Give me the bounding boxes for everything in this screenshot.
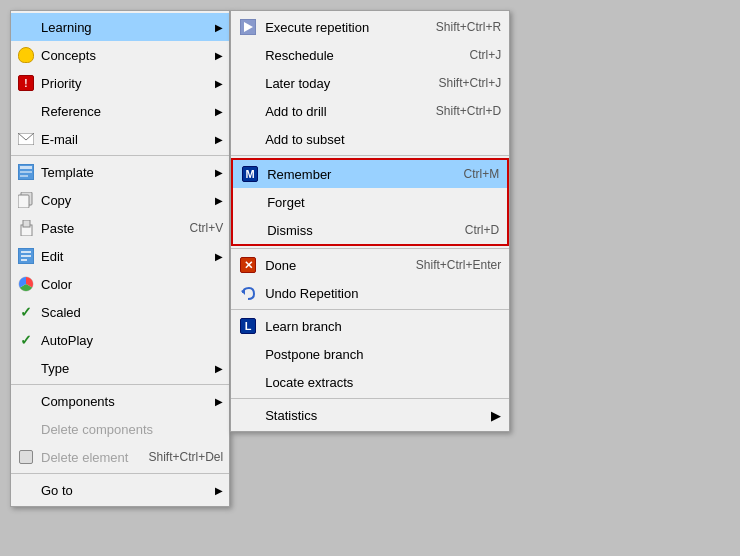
- done-label: Done: [265, 258, 396, 273]
- goto-label: Go to: [41, 483, 209, 498]
- type-arrow: ▶: [215, 363, 223, 374]
- latertoday-icon: [237, 73, 259, 93]
- submenu-item-postponebranch[interactable]: Postpone branch: [231, 340, 509, 368]
- template-icon: [15, 162, 37, 182]
- menu-item-email[interactable]: E-mail ▶: [11, 125, 229, 153]
- remember-icon: M: [239, 164, 261, 184]
- menu-item-color[interactable]: Color: [11, 270, 229, 298]
- dismiss-shortcut: Ctrl+D: [465, 223, 499, 237]
- learnbranch-label: Learn branch: [265, 319, 501, 334]
- menu-item-copy[interactable]: Copy ▶: [11, 186, 229, 214]
- statistics-icon: [237, 405, 259, 425]
- submenu-item-addtodrill[interactable]: Add to drill Shift+Ctrl+D: [231, 97, 509, 125]
- svg-rect-6: [18, 195, 29, 208]
- menu-item-delete-element[interactable]: Delete element Shift+Ctrl+Del: [11, 443, 229, 471]
- edit-arrow: ▶: [215, 251, 223, 262]
- dismiss-icon: [239, 220, 261, 240]
- postponebranch-label: Postpone branch: [265, 347, 501, 362]
- right-separator-4: [231, 398, 509, 399]
- paste-label: Paste: [41, 221, 169, 236]
- menu-item-components[interactable]: Components ▶: [11, 387, 229, 415]
- right-submenu: Execute repetition Shift+Ctrl+R Reschedu…: [230, 10, 510, 432]
- learning-label: Learning: [41, 20, 209, 35]
- right-separator-1: [231, 155, 509, 156]
- delete-element-label: Delete element: [41, 450, 128, 465]
- reschedule-icon: [237, 45, 259, 65]
- submenu-item-undorepetition[interactable]: Undo Repetition: [231, 279, 509, 307]
- postponebranch-icon: [237, 344, 259, 364]
- learnbranch-icon: L: [237, 316, 259, 336]
- context-menu-wrapper: Learning ▶ Concepts ▶ ! Priority ▶ Refer…: [10, 10, 510, 507]
- menu-item-paste[interactable]: Paste Ctrl+V: [11, 214, 229, 242]
- delete-components-label: Delete components: [41, 422, 223, 437]
- undorepetition-label: Undo Repetition: [265, 286, 501, 301]
- menu-item-edit[interactable]: Edit ▶: [11, 242, 229, 270]
- email-arrow: ▶: [215, 134, 223, 145]
- submenu-item-reschedule[interactable]: Reschedule Ctrl+J: [231, 41, 509, 69]
- forget-icon: [239, 192, 261, 212]
- components-icon: [15, 391, 37, 411]
- autoplay-label: AutoPlay: [41, 333, 223, 348]
- submenu-item-dismiss[interactable]: Dismiss Ctrl+D: [233, 216, 507, 244]
- addtosubset-label: Add to subset: [265, 132, 501, 147]
- submenu-item-execute[interactable]: Execute repetition Shift+Ctrl+R: [231, 13, 509, 41]
- latertoday-shortcut: Shift+Ctrl+J: [438, 76, 501, 90]
- undo-icon: [237, 283, 259, 303]
- menu-item-type[interactable]: Type ▶: [11, 354, 229, 382]
- components-label: Components: [41, 394, 209, 409]
- submenu-item-forget[interactable]: Forget: [233, 188, 507, 216]
- submenu-item-statistics[interactable]: Statistics ▶: [231, 401, 509, 429]
- delete-components-icon: [15, 419, 37, 439]
- goto-icon: [15, 480, 37, 500]
- right-separator-3: [231, 309, 509, 310]
- menu-item-concepts[interactable]: Concepts ▶: [11, 41, 229, 69]
- email-icon: [15, 129, 37, 149]
- color-label: Color: [41, 277, 223, 292]
- menu-item-goto[interactable]: Go to ▶: [11, 476, 229, 504]
- concepts-icon: [15, 45, 37, 65]
- menu-item-delete-components[interactable]: Delete components: [11, 415, 229, 443]
- addtodrill-shortcut: Shift+Ctrl+D: [436, 104, 501, 118]
- execute-label: Execute repetition: [265, 20, 416, 35]
- goto-arrow: ▶: [215, 485, 223, 496]
- menu-item-autoplay[interactable]: ✓ AutoPlay: [11, 326, 229, 354]
- reference-label: Reference: [41, 104, 209, 119]
- delete-element-icon: [15, 447, 37, 467]
- email-label: E-mail: [41, 132, 209, 147]
- menu-item-learning[interactable]: Learning ▶: [11, 13, 229, 41]
- menu-item-template[interactable]: Template ▶: [11, 158, 229, 186]
- autoplay-icon: ✓: [15, 330, 37, 350]
- color-icon: [15, 274, 37, 294]
- menu-item-scaled[interactable]: ✓ Scaled: [11, 298, 229, 326]
- learning-arrow: ▶: [215, 22, 223, 33]
- priority-arrow: ▶: [215, 78, 223, 89]
- submenu-item-latertoday[interactable]: Later today Shift+Ctrl+J: [231, 69, 509, 97]
- priority-icon: !: [15, 73, 37, 93]
- done-icon: ✕: [237, 255, 259, 275]
- latertoday-label: Later today: [265, 76, 418, 91]
- execute-shortcut: Shift+Ctrl+R: [436, 20, 501, 34]
- submenu-item-locateextracts[interactable]: Locate extracts: [231, 368, 509, 396]
- svg-rect-4: [20, 175, 28, 177]
- reference-icon: [15, 101, 37, 121]
- submenu-item-done[interactable]: ✕ Done Shift+Ctrl+Enter: [231, 251, 509, 279]
- dismiss-label: Dismiss: [267, 223, 445, 238]
- addtodrill-label: Add to drill: [265, 104, 416, 119]
- reference-arrow: ▶: [215, 106, 223, 117]
- separator-2: [11, 384, 229, 385]
- reschedule-shortcut: Ctrl+J: [469, 48, 501, 62]
- submenu-item-remember[interactable]: M Remember Ctrl+M: [233, 160, 507, 188]
- delete-element-shortcut: Shift+Ctrl+Del: [148, 450, 223, 464]
- edit-icon: [15, 246, 37, 266]
- menu-item-reference[interactable]: Reference ▶: [11, 97, 229, 125]
- submenu-item-learnbranch[interactable]: L Learn branch: [231, 312, 509, 340]
- addtosubset-icon: [237, 129, 259, 149]
- separator-3: [11, 473, 229, 474]
- menu-item-priority[interactable]: ! Priority ▶: [11, 69, 229, 97]
- remember-group: M Remember Ctrl+M Forget Dismiss Ctrl+D: [231, 158, 509, 246]
- remember-shortcut: Ctrl+M: [463, 167, 499, 181]
- locateextracts-label: Locate extracts: [265, 375, 501, 390]
- copy-icon: [15, 190, 37, 210]
- submenu-item-addtosubset[interactable]: Add to subset: [231, 125, 509, 153]
- remember-label: Remember: [267, 167, 443, 182]
